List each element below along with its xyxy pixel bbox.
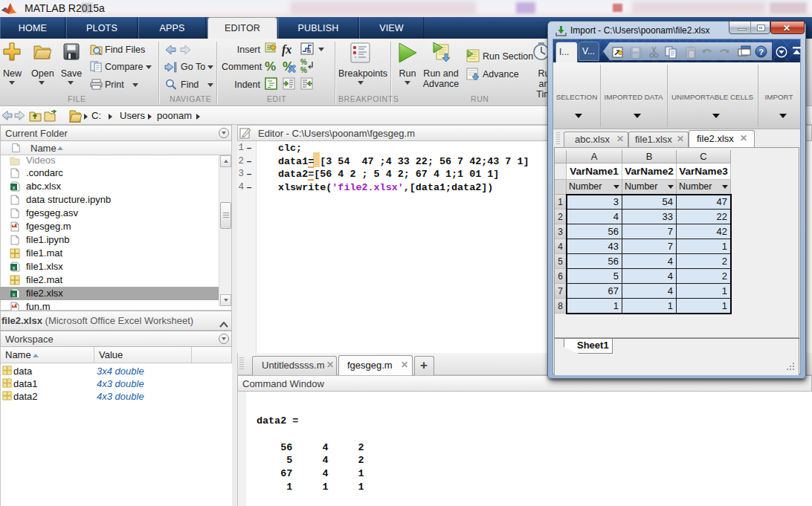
svg-text:x: x (13, 184, 16, 191)
svg-text:x: x (13, 291, 16, 298)
svg-text:?: ? (758, 48, 764, 56)
svg-text:x: x (13, 265, 16, 271)
svg-text:fi: fi (307, 48, 312, 54)
